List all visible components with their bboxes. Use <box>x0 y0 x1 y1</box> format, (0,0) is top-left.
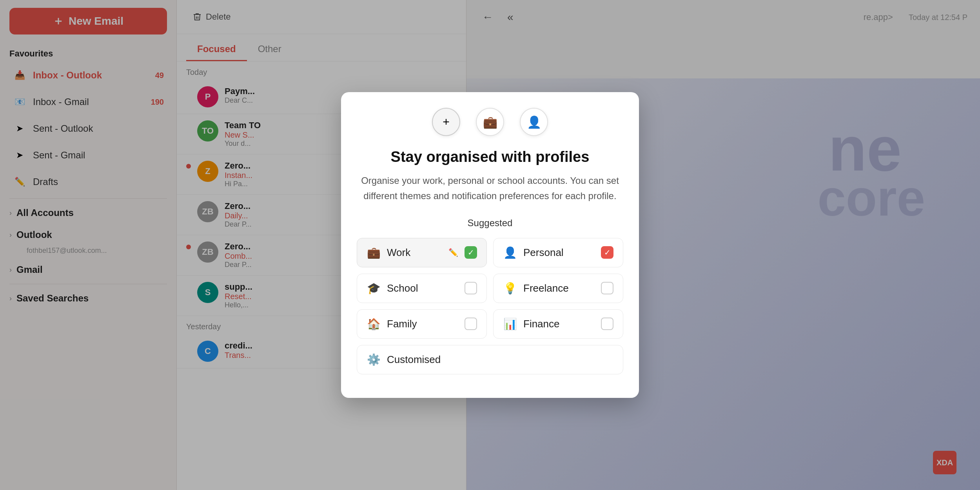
customised-icon: ⚙️ <box>367 353 381 366</box>
modal-description: Organise your work, personal or school a… <box>357 173 623 203</box>
modal-overlay: + 💼 👤 Stay organised with profiles Organ… <box>0 0 980 490</box>
work-label: Work <box>387 247 442 259</box>
customised-label: Customised <box>387 354 613 366</box>
plus-icon: + <box>443 115 450 129</box>
suggested-label: Suggested <box>357 218 623 229</box>
school-label: School <box>387 282 458 294</box>
personal-icon: 👤 <box>503 246 517 259</box>
family-checkbox[interactable] <box>465 318 477 330</box>
freelance-icon: 💡 <box>503 282 517 295</box>
work-icon: 💼 <box>367 246 381 259</box>
personal-profile-item[interactable]: 👤 Personal ✓ <box>493 238 623 267</box>
family-label: Family <box>387 318 458 330</box>
person-button[interactable]: 👤 <box>520 108 548 136</box>
finance-profile-item[interactable]: 📊 Finance <box>493 309 623 339</box>
work-checkbox[interactable]: ✓ <box>465 246 477 259</box>
family-profile-item[interactable]: 🏠 Family <box>357 309 487 339</box>
freelance-profile-item[interactable]: 💡 Freelance <box>493 274 623 303</box>
freelance-checkbox[interactable] <box>601 282 613 294</box>
finance-checkbox[interactable] <box>601 318 613 330</box>
modal-title: Stay organised with profiles <box>357 149 623 165</box>
school-checkbox[interactable] <box>465 282 477 294</box>
profiles-modal: + 💼 👤 Stay organised with profiles Organ… <box>341 92 639 398</box>
finance-icon: 📊 <box>503 318 517 330</box>
finance-label: Finance <box>523 318 595 330</box>
personal-checkbox[interactable]: ✓ <box>601 246 613 259</box>
personal-label: Personal <box>523 247 595 259</box>
family-icon: 🏠 <box>367 318 381 330</box>
briefcase-icon: 💼 <box>483 115 497 129</box>
freelance-label: Freelance <box>523 282 595 294</box>
profiles-grid: 💼 Work ✏️ ✓ 👤 Personal ✓ 🎓 School 💡 Free… <box>357 238 623 374</box>
work-profile-item[interactable]: 💼 Work ✏️ ✓ <box>357 238 487 267</box>
add-profile-button[interactable]: + <box>432 108 460 136</box>
school-icon: 🎓 <box>367 282 381 295</box>
modal-icons-row: + 💼 👤 <box>357 108 623 136</box>
customised-profile-item[interactable]: ⚙️ Customised <box>357 345 623 374</box>
person-icon: 👤 <box>527 115 541 129</box>
briefcase-button[interactable]: 💼 <box>476 108 504 136</box>
edit-icon[interactable]: ✏️ <box>448 248 458 257</box>
school-profile-item[interactable]: 🎓 School <box>357 274 487 303</box>
